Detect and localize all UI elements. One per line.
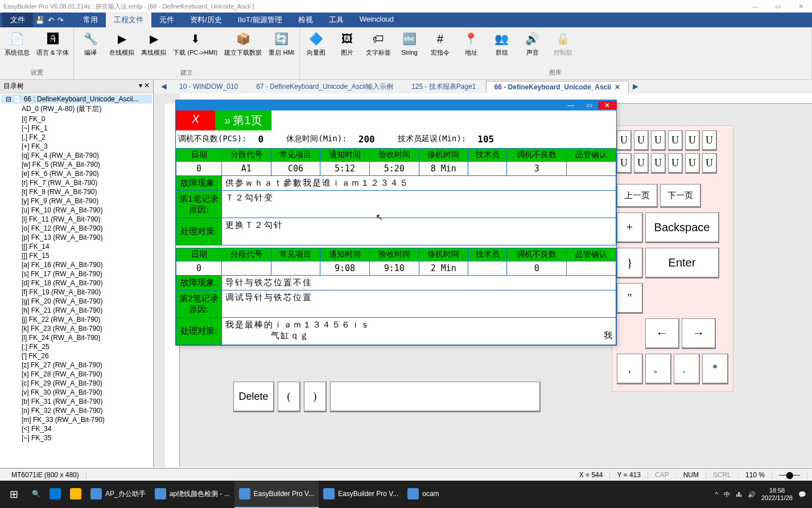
menu-tab[interactable]: 检视 (290, 12, 321, 28)
tray-up-icon[interactable]: ^ (715, 491, 718, 498)
tab-nav-prev[interactable]: ◄ (158, 81, 170, 92)
tab-nav-next[interactable]: ► (630, 81, 641, 92)
tree-item[interactable]: [;] FK_25 (1, 342, 152, 351)
tree-pin-icon[interactable]: ▾ ✕ (139, 81, 150, 91)
u-key[interactable]: U (634, 130, 649, 151)
plus-key[interactable]: + (617, 212, 643, 243)
tree-item[interactable]: [j] FK_22 (RW_A_Bit-790) (1, 315, 152, 324)
menu-tab[interactable]: 常用 (75, 12, 106, 28)
menu-tab[interactable]: 元件 (151, 12, 182, 28)
table-cell[interactable]: 3 (507, 162, 567, 176)
menu-tab[interactable]: 工具 (321, 12, 352, 28)
ribbon-button[interactable]: 🔧编译 (79, 30, 102, 56)
lparen-key[interactable]: ( (278, 382, 300, 412)
tree-item[interactable]: [q] FK_4 (RW_A_Bit-790) (1, 151, 152, 160)
start-button[interactable]: ⊞ (0, 481, 27, 508)
tree-item[interactable]: []] FK_15 (1, 251, 152, 260)
table-cell[interactable]: 8 Min (419, 162, 468, 176)
comma-key[interactable]: , (617, 354, 643, 384)
taskbar-search[interactable]: 🔍 (27, 481, 45, 508)
menu-tab[interactable]: 资料/历史 (182, 12, 230, 28)
ribbon-button[interactable]: 🔤String (398, 30, 422, 56)
u-key[interactable]: U (685, 130, 700, 151)
ribbon-button[interactable]: 🏷文字标签 (366, 30, 391, 56)
ribbon-button[interactable]: 🖼图片 (335, 30, 359, 56)
minimize-button[interactable]: — (744, 3, 766, 10)
ribbon-button[interactable]: 🔄重启 HMI (269, 30, 294, 56)
quote-key[interactable]: " (617, 283, 643, 314)
tree-item[interactable]: [s] FK_17 (RW_A_Bit-790) (1, 269, 152, 278)
x-button[interactable]: X (176, 110, 215, 130)
close-button[interactable]: ✕ (789, 3, 812, 10)
doc-tab[interactable]: 10 - WINDOW_010 (171, 80, 246, 93)
tree-item[interactable]: [l] FK_24 (RW_A_Bit-790) (1, 333, 152, 342)
backspace-key[interactable]: Backspace (645, 212, 719, 243)
tree-item[interactable]: [a] FK_16 (RW_A_Bit-790) (1, 260, 152, 269)
brace-key[interactable]: } (617, 248, 643, 278)
menu-tab[interactable]: IIoT/能源管理 (230, 12, 290, 28)
delete-key[interactable]: Delete (233, 382, 274, 412)
tray-clock[interactable]: 18:582022/11/28 (761, 487, 793, 502)
action-1[interactable]: 更换Ｔ２勾针 (222, 218, 616, 245)
doc-tab[interactable]: 67 - DefineKeyboard_Unicode_Ascii输入示例 (248, 80, 402, 94)
tree-item[interactable]: [x] FK_28 (RW_A_Bit-790) (1, 370, 152, 379)
ribbon-button[interactable]: 📍地址 (459, 30, 483, 56)
ribbon-button[interactable]: ▶离线模拟 (141, 30, 166, 56)
fault-desc-2[interactable]: 导针与铁芯位置不佳 (222, 276, 616, 290)
tree-item[interactable]: [<] FK_34 (1, 424, 152, 433)
tray-ime-icon[interactable]: 中 (724, 490, 730, 499)
table-cell[interactable]: A1 (222, 162, 271, 176)
table-cell[interactable] (567, 162, 616, 176)
cause-1[interactable]: Ｔ２勾针变 (222, 191, 616, 218)
ribbon-button[interactable]: 📦建立下载数据 (224, 30, 262, 56)
u-key[interactable]: U (617, 153, 632, 174)
table-cell[interactable]: 5:12 (320, 162, 370, 176)
table-cell[interactable] (271, 261, 320, 276)
tree-item[interactable]: [o] FK_12 (RW_A_Bit-790) (1, 224, 152, 233)
doc-tab[interactable]: 125 - 技术报表Page1 (403, 80, 484, 94)
u-key[interactable]: U (702, 153, 717, 174)
table-cell[interactable]: 5:20 (369, 162, 419, 176)
ribbon-button[interactable]: ▶在线模拟 (109, 30, 134, 56)
tree-item[interactable]: [g] FK_20 (RW_A_Bit-790) (1, 297, 152, 306)
tree-item[interactable]: [k] FK_23 (RW_A_Bit-790) (1, 324, 152, 333)
table-cell[interactable]: 0 (507, 261, 567, 276)
tree-item[interactable]: [h] FK_21 (RW_A_Bit-790) (1, 306, 152, 315)
tree-item[interactable]: [[] FK_14 (1, 242, 152, 251)
tree-item[interactable]: ['] FK_26 (1, 351, 152, 360)
prev-page-key[interactable]: 上一页 (617, 184, 658, 208)
tree-item[interactable]: [b] FK_31 (RW_A_Bit-790) (1, 397, 152, 406)
menu-tab[interactable]: 工程文件 (106, 12, 151, 28)
menu-tab[interactable]: Weincloud (352, 12, 402, 28)
tree-item[interactable]: [i] FK_11 (RW_A_Bit-790) (1, 215, 152, 224)
tree-item[interactable]: [c] FK_29 (RW_A_Bit-790) (1, 379, 152, 388)
table-cell[interactable] (468, 261, 507, 276)
tray-notifications-icon[interactable]: 💬 (798, 491, 806, 498)
tree-root[interactable]: ⊟ 📄 66 : DefineKeyboard_Unicode_Ascii... (1, 95, 152, 104)
tree-item[interactable]: [~] FK_1 (1, 124, 152, 133)
tree-item[interactable]: [w] FK_5 (RW_A_Bit-790) (1, 160, 152, 169)
tree-item[interactable]: [~] FK_35 (1, 433, 152, 443)
win-maximize-button[interactable]: ▭ (580, 101, 598, 109)
taskbar-item[interactable]: EasyBuilder Pro V... (319, 481, 403, 508)
tree-item[interactable]: [u] FK_10 (RW_A_Bit-790) (1, 206, 152, 215)
u-key[interactable]: U (651, 130, 666, 151)
page-indicator[interactable]: 第1页 (215, 110, 271, 130)
next-page-key[interactable]: 下一页 (660, 184, 701, 208)
table-cell[interactable] (468, 162, 507, 176)
tree-item[interactable]: [r] FK_7 (RW_A_Bit-790) (1, 178, 152, 187)
tray-volume-icon[interactable]: 🔊 (748, 491, 756, 498)
u-key[interactable]: U (702, 130, 717, 151)
table-cell[interactable] (222, 261, 271, 276)
ribbon-button[interactable]: 👥群组 (490, 30, 514, 56)
table-cell[interactable] (567, 261, 616, 276)
dun-key[interactable]: 、 (674, 354, 700, 384)
win-minimize-button[interactable]: — (562, 101, 580, 109)
taskbar-explorer[interactable] (65, 481, 86, 508)
tree-item[interactable]: [n] FK_32 (RW_A_Bit-790) (1, 406, 152, 415)
u-key[interactable]: U (651, 153, 666, 174)
taskbar-item[interactable]: ocam (403, 481, 443, 508)
left-arrow-key[interactable]: ← (645, 318, 679, 349)
rparen-key[interactable]: ) (304, 382, 327, 412)
ribbon-button[interactable]: 🔷向量图 (304, 30, 328, 56)
